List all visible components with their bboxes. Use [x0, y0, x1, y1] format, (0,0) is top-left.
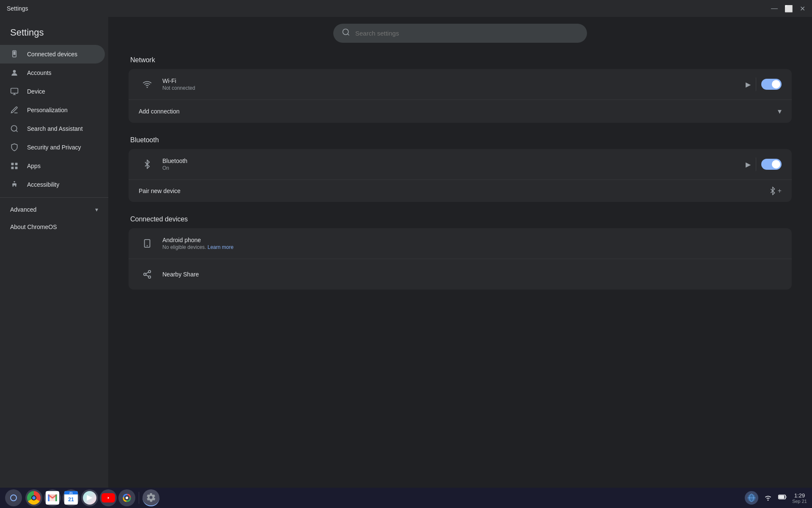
taskbar: 21 21 [0, 488, 812, 508]
window-title: Settings [7, 5, 28, 12]
pair-device-controls: + [768, 187, 782, 195]
svg-point-9 [14, 181, 15, 182]
sidebar-item-security-privacy[interactable]: Security and Privacy [0, 138, 105, 157]
launcher-icon [10, 494, 17, 501]
maximize-button[interactable]: ⬜ [785, 5, 793, 13]
pair-new-device-row[interactable]: Pair new device + [129, 180, 792, 202]
person-icon [10, 69, 19, 77]
chevron-down-icon: ▾ [778, 107, 782, 116]
sidebar-item-apps[interactable]: Apps [0, 157, 105, 175]
close-button[interactable]: ✕ [800, 5, 805, 13]
sidebar-advanced[interactable]: Advanced ▾ [0, 201, 108, 218]
search-bar-container [129, 24, 792, 43]
launcher-button[interactable] [5, 489, 22, 506]
wifi-row[interactable]: Wi-Fi Not connected ▶ [129, 69, 792, 100]
pencil-icon [10, 106, 19, 114]
svg-rect-1 [14, 51, 16, 55]
taskbar-gmail[interactable] [44, 489, 61, 506]
bluetooth-controls: ▶ [746, 157, 782, 171]
app-body: Settings Connected devices Accounts Devi… [0, 17, 812, 488]
bluetooth-section-title: Bluetooth [129, 136, 792, 144]
add-connection-row[interactable]: Add connection ▾ [129, 100, 792, 123]
taskbar-chrome[interactable] [25, 489, 42, 506]
wifi-subtitle: Not connected [162, 85, 746, 91]
add-connection-label: Add connection [139, 108, 180, 115]
svg-rect-3 [11, 88, 18, 94]
toggle-knob [772, 160, 780, 168]
sidebar-item-connected-devices[interactable]: Connected devices [0, 45, 105, 64]
taskbar-settings[interactable] [143, 489, 159, 506]
phone-icon [10, 50, 19, 58]
sidebar-item-accessibility[interactable]: Accessibility [0, 175, 105, 194]
android-phone-row[interactable]: Android phone No eligible devices. Learn… [129, 228, 792, 259]
pair-device-title: Pair new device [139, 188, 768, 194]
sidebar-item-search-assistant[interactable]: Search and Assistant [0, 119, 105, 138]
taskbar-right: 1:29 Sep 21 [745, 491, 807, 505]
sidebar-item-label: Accounts [27, 69, 52, 76]
svg-rect-7 [11, 167, 14, 169]
svg-point-4 [11, 126, 17, 131]
chevron-down-icon: ▾ [95, 206, 98, 213]
wifi-text: Wi-Fi Not connected [162, 77, 746, 91]
wifi-controls: ▶ [746, 77, 782, 91]
monitor-icon [10, 87, 19, 96]
bluetooth-text: Bluetooth On [162, 157, 746, 171]
sidebar-item-label: Personalization [27, 107, 68, 113]
taskbar-date: Sep 21 [792, 499, 807, 504]
taskbar-calendar[interactable]: 21 21 [63, 489, 80, 506]
play-store-icon [83, 491, 96, 505]
about-label: About ChromeOS [10, 224, 57, 230]
taskbar-photos[interactable] [118, 489, 135, 506]
taskbar-battery-icon [778, 492, 787, 503]
youtube-icon [102, 493, 115, 502]
search-input[interactable] [355, 30, 579, 37]
wifi-toggle[interactable] [761, 79, 782, 90]
svg-point-10 [343, 29, 348, 35]
accessibility-icon [10, 180, 19, 189]
learn-more-link[interactable]: Learn more [208, 244, 233, 250]
bluetooth-title: Bluetooth [162, 157, 746, 164]
taskbar-youtube[interactable] [100, 489, 117, 506]
separator [756, 157, 756, 171]
bluetooth-toggle[interactable] [761, 159, 782, 170]
sidebar-title: Settings [0, 24, 108, 45]
svg-point-16 [148, 276, 151, 279]
svg-point-21 [126, 497, 128, 499]
sidebar-item-label: Search and Assistant [27, 125, 83, 132]
wifi-title: Wi-Fi [162, 77, 746, 84]
bluetooth-plus-icon: + [768, 187, 782, 195]
sidebar-item-accounts[interactable]: Accounts [0, 64, 105, 82]
photos-icon [120, 491, 134, 505]
gmail-icon [46, 491, 59, 505]
nearby-share-row[interactable]: Nearby Share [129, 259, 792, 290]
svg-point-14 [148, 271, 151, 273]
network-card: Wi-Fi Not connected ▶ Add connection ▾ [129, 69, 792, 123]
bluetooth-row[interactable]: Bluetooth On ▶ [129, 149, 792, 180]
pair-device-text: Pair new device [139, 188, 768, 194]
taskbar-separator [139, 492, 139, 504]
sidebar-item-label: Connected devices [27, 51, 77, 58]
title-bar: Settings — ⬜ ✕ [0, 0, 812, 17]
sidebar-item-label: Device [27, 88, 45, 95]
nearby-share-icon [139, 266, 156, 283]
taskbar-clock[interactable]: 1:29 Sep 21 [792, 492, 807, 504]
taskbar-time: 1:29 [794, 492, 805, 499]
settings-icon [144, 491, 158, 504]
svg-point-2 [13, 70, 16, 73]
connected-devices-card: Android phone No eligible devices. Learn… [129, 228, 792, 290]
bluetooth-subtitle: On [162, 165, 746, 171]
sidebar-item-personalization[interactable]: Personalization [0, 101, 105, 119]
window-controls: — ⬜ ✕ [771, 5, 805, 13]
minimize-button[interactable]: — [771, 5, 778, 12]
sidebar-about[interactable]: About ChromeOS [0, 218, 108, 236]
search-bar [333, 24, 587, 43]
shield-icon [10, 143, 19, 152]
svg-point-15 [144, 273, 146, 276]
svg-rect-5 [11, 163, 14, 166]
network-section-title: Network [129, 56, 792, 64]
sidebar-item-device[interactable]: Device [0, 82, 105, 101]
search-icon [342, 28, 350, 39]
sidebar-item-label: Apps [27, 163, 41, 169]
taskbar-play[interactable] [81, 489, 98, 506]
calendar-icon: 21 21 [64, 491, 78, 505]
